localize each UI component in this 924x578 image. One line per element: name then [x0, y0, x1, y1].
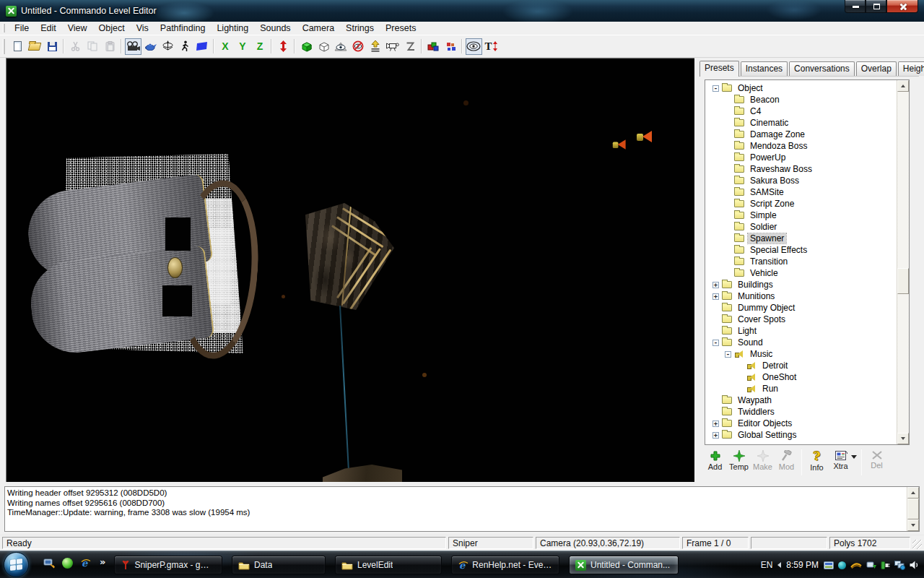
new-file-button[interactable]	[9, 38, 26, 55]
hide-geometry-button[interactable]	[350, 38, 367, 55]
tray-network[interactable]	[894, 561, 905, 570]
paste-button[interactable]	[102, 38, 118, 55]
solid-view-button[interactable]	[298, 38, 315, 55]
tree-item-twiddlers[interactable]: Twiddlers	[705, 406, 897, 418]
tray-tray-app[interactable]	[824, 561, 834, 569]
temp-button[interactable]: Temp	[727, 448, 751, 481]
tree-item-run[interactable]: Run	[705, 383, 897, 394]
tab-conversations[interactable]: Conversations	[789, 61, 855, 76]
del-button[interactable]: Del	[865, 448, 889, 481]
drop-to-ground-button[interactable]	[367, 38, 384, 55]
expand-toggle[interactable]: +	[712, 293, 719, 300]
tree-item-global-settings[interactable]: +Global Settings	[705, 429, 897, 441]
maximize-button[interactable]	[866, 0, 886, 13]
tree-item-waypath[interactable]: Waypath	[705, 394, 897, 406]
tree-item-detroit[interactable]: Detroit	[705, 360, 897, 371]
close-button[interactable]	[886, 0, 918, 13]
tree-item-dummy-object[interactable]: Dummy Object	[705, 302, 897, 314]
sound-marker-icon[interactable]	[637, 130, 654, 143]
tree-item-cinematic[interactable]: Cinematic	[705, 117, 897, 129]
tab-instances[interactable]: Instances	[741, 61, 788, 76]
collapse-toggle[interactable]: -	[712, 340, 719, 346]
scroll-up-icon[interactable]	[897, 80, 909, 92]
object-markers-button[interactable]	[443, 38, 459, 55]
tree-item-mendoza-boss[interactable]: Mendoza Boss	[705, 140, 897, 152]
show-geometry-button[interactable]	[333, 38, 349, 55]
tree-scroll-thumb[interactable]	[897, 268, 909, 294]
text-labels-button[interactable]: T	[483, 38, 500, 55]
copy-button[interactable]	[84, 38, 101, 55]
camera-profile-button[interactable]	[385, 38, 401, 55]
collapse-toggle[interactable]: -	[712, 85, 719, 92]
taskbar-button-untitled-comman[interactable]: Untitled - Comman...	[569, 556, 679, 574]
tree-item-samsite[interactable]: SAMSite	[705, 186, 897, 198]
tree-item-simple[interactable]: Simple	[705, 210, 897, 221]
tree-item-vehicle[interactable]: Vehicle	[705, 267, 897, 279]
tray-tray-swoosh[interactable]	[850, 561, 862, 569]
language-indicator[interactable]: EN	[761, 560, 773, 570]
titlebar[interactable]: Untitled - Commando Level Editor	[0, 0, 924, 22]
collapse-toggle[interactable]: -	[725, 351, 731, 358]
render-preview-button[interactable]	[142, 38, 159, 55]
resize-grip[interactable]	[912, 540, 922, 549]
add-button[interactable]: Add	[703, 448, 727, 481]
tree-item-spawner[interactable]: Spawner	[705, 233, 897, 244]
log-scroll-thumb[interactable]	[907, 499, 919, 519]
tree-item-damage-zone[interactable]: Damage Zone	[705, 129, 897, 140]
color-cubes-button[interactable]	[425, 38, 442, 55]
taskbar-button-leveledit[interactable]: LevelEdit	[335, 556, 442, 574]
region-marker-button[interactable]	[194, 38, 211, 55]
visibility-toggle-button[interactable]	[466, 38, 482, 55]
open-file-button[interactable]	[27, 38, 43, 55]
menu-file[interactable]: File	[9, 22, 35, 34]
make-button[interactable]: Make	[751, 448, 775, 481]
log-scrollbar[interactable]	[907, 487, 919, 531]
orbit-gizmo-button[interactable]	[160, 38, 176, 55]
quicklaunch-ie[interactable]: e	[80, 558, 91, 569]
tree-item-transition[interactable]: Transition	[705, 256, 897, 267]
polygon-tool-button[interactable]	[402, 38, 419, 55]
tree-item-light[interactable]: Light	[705, 325, 897, 337]
tree-item-soldier[interactable]: Soldier	[705, 221, 897, 233]
menu-object[interactable]: Object	[93, 22, 131, 34]
quicklaunch-overflow-chevron[interactable]: »	[100, 557, 105, 566]
tray-chevron-icon[interactable]	[777, 562, 781, 568]
taskbar-button-sniperp-gmax-gma[interactable]: SniperP.gmax - gma...	[114, 556, 222, 574]
expand-toggle[interactable]: +	[712, 432, 719, 439]
menu-camera[interactable]: Camera	[297, 22, 340, 34]
viewport-3d[interactable]	[6, 58, 694, 482]
wireframe-view-button[interactable]	[315, 38, 332, 55]
axis-y-button[interactable]: Y	[235, 38, 251, 55]
tab-overlap[interactable]: Overlap	[856, 61, 897, 76]
tree-item-sound[interactable]: -Sound	[705, 337, 897, 348]
tree-item-special-effects[interactable]: Special Effects	[705, 244, 897, 256]
tree-item-music[interactable]: -Music	[705, 348, 897, 360]
tree-item-powerup[interactable]: PowerUp	[705, 152, 897, 163]
save-file-button[interactable]	[44, 38, 61, 55]
tree-item-cover-spots[interactable]: Cover Spots	[705, 314, 897, 325]
minimize-button[interactable]	[845, 0, 866, 13]
tree-item-sakura-boss[interactable]: Sakura Boss	[705, 175, 897, 186]
move-vertical-button[interactable]	[275, 38, 292, 55]
quicklaunch-show-desktop[interactable]	[43, 558, 55, 569]
tree-item-script-zone[interactable]: Script Zone	[705, 198, 897, 210]
walk-through-button[interactable]	[177, 38, 193, 55]
menu-vis[interactable]: Vis	[131, 22, 154, 34]
tree-item-object[interactable]: -Object	[705, 82, 897, 94]
axis-x-button[interactable]: X	[217, 38, 234, 55]
menu-presets[interactable]: Presets	[380, 22, 422, 34]
menu-edit[interactable]: Edit	[35, 22, 62, 34]
tab-presets[interactable]: Presets	[699, 61, 739, 77]
quicklaunch-media-orb[interactable]	[62, 558, 73, 569]
tree-scrollbar[interactable]	[897, 80, 909, 444]
camera-mode-button[interactable]	[125, 38, 141, 55]
tree-item-oneshot[interactable]: OneShot	[705, 371, 897, 383]
bottom-panel-object[interactable]	[323, 465, 402, 482]
expand-toggle[interactable]: +	[712, 282, 719, 288]
info-button[interactable]: ?Info	[805, 448, 829, 481]
tree-item-beacon[interactable]: Beacon	[705, 94, 897, 105]
menu-view[interactable]: View	[62, 22, 93, 34]
silo-object[interactable]	[28, 180, 234, 358]
scroll-down-icon[interactable]	[897, 433, 909, 444]
tree-item-raveshaw-boss[interactable]: Raveshaw Boss	[705, 163, 897, 175]
